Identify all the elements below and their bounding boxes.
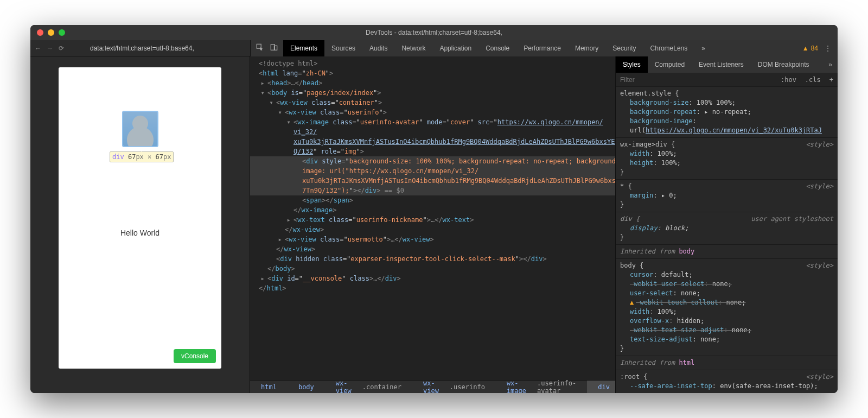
device-simulator: div 67px × 67px Hello World vConsole (30, 56, 250, 393)
breadcrumb-item[interactable]: wx-view.userinfo (412, 381, 496, 393)
dom-node[interactable]: </html> (250, 283, 615, 293)
style-rule[interactable]: Inherited from body (616, 245, 838, 259)
vconsole-button[interactable]: vConsole (174, 349, 216, 363)
dom-node[interactable]: xuTu0k3jRTaJKmsXVMnfjASTusInO4ibcmQbhub1… (250, 137, 615, 147)
styles-filter-row: :hov .cls + (616, 73, 838, 87)
back-button[interactable]: ← (35, 45, 41, 52)
dom-node[interactable]: vi_32/ (250, 127, 615, 137)
style-rules[interactable]: element.style {background-size: 100% 100… (616, 87, 838, 393)
breadcrumb-item[interactable]: wx-image.userinfo-avatar (496, 381, 587, 393)
close-icon[interactable] (37, 29, 43, 36)
style-rule[interactable]: user agent stylesheetdiv {display: block… (616, 212, 838, 245)
dom-node[interactable]: ▸<head>…</head> (250, 78, 615, 88)
toolbar: ← → ⟳ data:text/html;charset=utf-8;base6… (30, 40, 838, 56)
dom-node[interactable]: <span></span> (250, 195, 615, 205)
tab-performance[interactable]: Performance (516, 40, 568, 56)
breadcrumb[interactable]: htmlbodywx-view.containerwx-view.userinf… (250, 380, 615, 393)
elements-panel: <!doctype html><html lang="zh-CN">▸<head… (250, 56, 615, 393)
dom-node[interactable]: ▾<wx-view class="userinfo"> (250, 107, 615, 117)
dom-node[interactable]: ▾<wx-image class="userinfo-avatar" mode=… (250, 117, 615, 127)
tabs-overflow-button[interactable]: » (694, 40, 712, 56)
warnings-count: 84 (811, 45, 818, 52)
selection-tooltip: div 67px × 67px (110, 151, 174, 162)
style-rule[interactable]: <style>:root {--safe-area-inset-top: env… (616, 370, 838, 393)
dom-node[interactable]: </wx-view> (250, 244, 615, 254)
window-controls (30, 29, 65, 36)
styles-tab-styles[interactable]: Styles (616, 56, 648, 73)
tab-network[interactable]: Network (394, 40, 432, 56)
devtools-tabstrip: ElementsSourcesAuditsNetworkApplicationC… (250, 40, 838, 56)
warnings-badge[interactable]: ▲ 84 (802, 45, 818, 52)
style-rule[interactable]: <style>* {margin: ▸ 0;} (616, 180, 838, 212)
dom-node[interactable]: </wx-image> (250, 205, 615, 215)
dom-node[interactable]: ▸<wx-text class="userinfo-nickname">…</w… (250, 215, 615, 225)
devtools-window: DevTools - data:text/html;charset=utf-8;… (30, 25, 838, 393)
inspect-element-icon[interactable] (256, 43, 264, 53)
styles-tabs-overflow[interactable]: » (823, 56, 838, 73)
tab-security[interactable]: Security (605, 40, 643, 56)
hov-toggle[interactable]: :hov (776, 76, 801, 84)
dom-node[interactable]: <html lang="zh-CN"> (250, 68, 615, 78)
dom-node[interactable]: xuTu0k3jRTaJKmsXVMnfjASTusInO4ibcmQbhub1… (250, 176, 615, 186)
dom-node[interactable]: Q/132" role="img"> (250, 147, 615, 156)
breadcrumb-item[interactable]: wx-view.container (325, 381, 412, 393)
dom-node[interactable]: image: url("https://wx.qlogo.cn/mmopen/v… (250, 166, 615, 176)
breadcrumb-item[interactable]: html (250, 381, 288, 393)
style-rule[interactable]: Inherited from html (616, 356, 838, 370)
tab-audits[interactable]: Audits (362, 40, 394, 56)
dom-tree[interactable]: <!doctype html><html lang="zh-CN">▸<head… (250, 56, 615, 380)
cls-toggle[interactable]: .cls (801, 76, 825, 84)
tooltip-tag: div (112, 153, 124, 161)
styles-filter-input[interactable] (616, 76, 776, 84)
dom-node[interactable]: ▾<wx-view class="container"> (250, 98, 615, 107)
dom-node[interactable]: </wx-view> (250, 225, 615, 235)
tab-sources[interactable]: Sources (324, 40, 362, 56)
tab-memory[interactable]: Memory (568, 40, 605, 56)
tab-application[interactable]: Application (432, 40, 478, 56)
dom-node[interactable]: <!doctype html> (250, 59, 615, 68)
tooltip-height: 67 (156, 153, 163, 161)
new-style-rule-button[interactable]: + (825, 76, 838, 84)
minimize-icon[interactable] (48, 29, 54, 36)
device-frame: div 67px × 67px Hello World vConsole (59, 67, 221, 369)
dom-node[interactable]: ▾<body is="pages/index/index"> (250, 88, 615, 98)
styles-tabbar: StylesComputedEvent ListenersDOM Breakpo… (616, 56, 838, 73)
breadcrumb-item[interactable]: body (288, 381, 325, 393)
dom-node[interactable]: 7Tn9Q/132");"></div> == $0 (250, 186, 615, 195)
styles-panel: StylesComputedEvent ListenersDOM Breakpo… (615, 56, 838, 393)
avatar[interactable] (122, 111, 158, 147)
dom-node[interactable]: <div hidden class="exparser-inspector-to… (250, 254, 615, 264)
title-bar: DevTools - data:text/html;charset=utf-8;… (30, 25, 838, 40)
url-display[interactable]: data:text/html;charset=utf-8;base64, (90, 45, 250, 52)
forward-button[interactable]: → (47, 45, 53, 52)
main-area: div 67px × 67px Hello World vConsole <!d… (30, 56, 838, 393)
dom-node[interactable]: ▸<wx-view class="usermotto">…</wx-view> (250, 235, 615, 244)
tab-console[interactable]: Console (478, 40, 516, 56)
style-rule[interactable]: <style>body {cursor: default;-webkit-use… (616, 259, 838, 356)
styles-tab-computed[interactable]: Computed (648, 56, 692, 73)
device-toggle-icon[interactable] (270, 43, 278, 53)
hello-text: Hello World (120, 229, 159, 237)
window-title: DevTools - data:text/html;charset=utf-8;… (30, 29, 838, 36)
styles-tab-dom-breakpoints[interactable]: DOM Breakpoints (751, 56, 816, 73)
dom-node[interactable]: ▸<div id="__vconsole" class>…</div> (250, 274, 615, 283)
tab-elements[interactable]: Elements (283, 40, 324, 56)
tab-chromelens[interactable]: ChromeLens (643, 40, 695, 56)
styles-tab-event-listeners[interactable]: Event Listeners (692, 56, 751, 73)
maximize-icon[interactable] (59, 29, 65, 36)
style-rule[interactable]: <style>wx-image>div {width: 100%;height:… (616, 138, 838, 180)
tooltip-width: 67 (128, 153, 136, 161)
warning-icon: ▲ (802, 45, 809, 52)
dom-node[interactable]: <div style="background-size: 100% 100%; … (250, 156, 615, 166)
devtools-menu-button[interactable]: ⋮ (825, 45, 831, 52)
style-rule[interactable]: element.style {background-size: 100% 100… (616, 87, 838, 138)
reload-button[interactable]: ⟳ (59, 45, 64, 52)
dom-node[interactable]: </body> (250, 264, 615, 274)
